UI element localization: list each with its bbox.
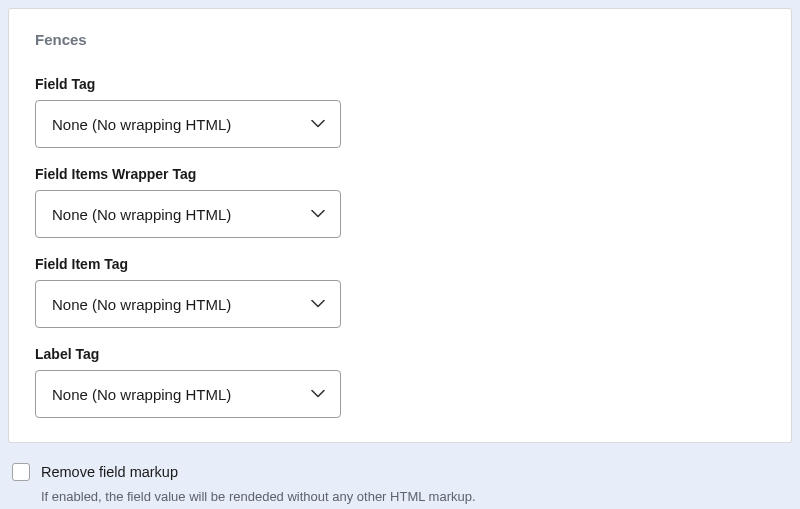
remove-markup-section: Remove field markup If enabled, the fiel… (0, 443, 800, 504)
field-items-wrapper-tag-select-wrapper: None (No wrapping HTML) (35, 190, 341, 238)
field-item-tag-select[interactable]: None (No wrapping HTML) (35, 280, 341, 328)
field-tag-select-wrapper: None (No wrapping HTML) (35, 100, 341, 148)
remove-markup-helper: If enabled, the field value will be rend… (41, 489, 790, 504)
field-group-items-wrapper-tag: Field Items Wrapper Tag None (No wrappin… (35, 166, 765, 238)
field-items-wrapper-tag-select[interactable]: None (No wrapping HTML) (35, 190, 341, 238)
remove-markup-row: Remove field markup (12, 463, 790, 481)
label-tag-select-wrapper: None (No wrapping HTML) (35, 370, 341, 418)
field-group-item-tag: Field Item Tag None (No wrapping HTML) (35, 256, 765, 328)
field-group-field-tag: Field Tag None (No wrapping HTML) (35, 76, 765, 148)
field-items-wrapper-tag-label: Field Items Wrapper Tag (35, 166, 765, 182)
remove-markup-label[interactable]: Remove field markup (41, 464, 178, 480)
field-item-tag-label: Field Item Tag (35, 256, 765, 272)
field-tag-label: Field Tag (35, 76, 765, 92)
fences-panel: Fences Field Tag None (No wrapping HTML)… (8, 8, 792, 443)
remove-markup-checkbox[interactable] (12, 463, 30, 481)
field-item-tag-select-wrapper: None (No wrapping HTML) (35, 280, 341, 328)
field-group-label-tag: Label Tag None (No wrapping HTML) (35, 346, 765, 418)
label-tag-label: Label Tag (35, 346, 765, 362)
field-tag-select[interactable]: None (No wrapping HTML) (35, 100, 341, 148)
label-tag-select[interactable]: None (No wrapping HTML) (35, 370, 341, 418)
panel-title: Fences (35, 31, 765, 48)
